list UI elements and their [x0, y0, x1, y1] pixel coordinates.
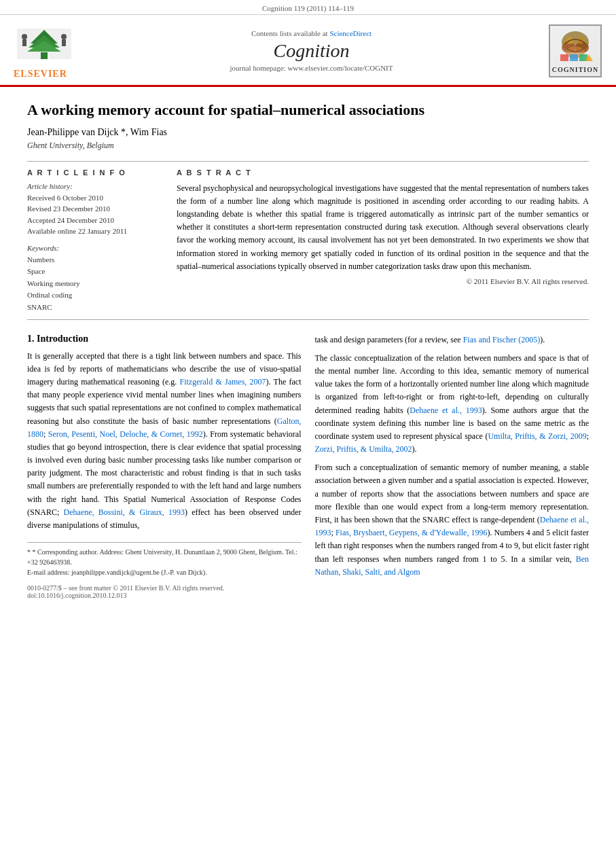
- keyword-numbers: Numbers: [27, 254, 163, 266]
- journal-header: ELSEVIER Contents lists available at Sci…: [0, 15, 616, 87]
- keyword-ordinal-coding: Ordinal coding: [27, 289, 163, 302]
- intro-section-label: Introduction: [37, 334, 88, 344]
- abstract-body-text: Several psychophysical and neuropsycholo…: [177, 182, 589, 273]
- history-revised: Revised 23 December 2010: [27, 203, 163, 215]
- intro-paragraph-1: It is generally accepted that there is a…: [27, 350, 302, 533]
- ref-dehaene-1993[interactable]: Dehaene, Bossini, & Giraux, 1993: [64, 507, 185, 517]
- keywords-section: Keywords: Numbers Space Working memory O…: [27, 244, 163, 314]
- body-right-column: task and design parameters (for a review…: [315, 334, 590, 600]
- ref-zorzi[interactable]: Zorzi, Priftis, & Umilta, 2002: [315, 444, 412, 454]
- footnote-1: * * Corresponding author. Address: Ghent…: [27, 547, 302, 567]
- ref-fias-fischer[interactable]: Fias and Fischer (2005): [463, 335, 541, 344]
- intro-section-number: 1.: [27, 334, 35, 344]
- ref-ben-nathan[interactable]: Ben Nathan, Shaki, Salti, and Algom: [315, 554, 590, 577]
- footnote-1-text: * Corresponding author. Address: Ghent U…: [27, 548, 297, 566]
- article-title: A working memory account for spatial–num…: [27, 101, 589, 120]
- elsevier-brand-text: ELSEVIER: [14, 69, 67, 79]
- article-history-title: Article history:: [27, 182, 163, 190]
- ref-fias-1996[interactable]: Fias, Brysbaert, Geypens, & d'Ydewalle, …: [336, 528, 488, 537]
- citation-text: Cognition 119 (2011) 114–119: [262, 4, 354, 12]
- ref-fitzgerald-james[interactable]: Fitzgerald & James, 2007: [180, 377, 266, 387]
- ref-seron[interactable]: Seron, Pesenti, Noel, Deloche, & Cornet,…: [48, 429, 203, 439]
- article-history-section: Article history: Received 6 October 2010…: [27, 182, 163, 237]
- svg-rect-15: [560, 54, 568, 61]
- cognition-art-icon: [555, 29, 596, 66]
- footnote-asterisk: *: [27, 548, 33, 556]
- ref-dehaene-1993b[interactable]: Dehaene et al., 1993: [410, 406, 482, 415]
- body-left-column: 1. Introduction It is generally accepted…: [27, 334, 302, 600]
- top-bar: Cognition 119 (2011) 114–119: [0, 0, 616, 15]
- abstract-copyright: © 2011 Elsevier B.V. All rights reserved…: [177, 277, 589, 285]
- abstract-column: A B S T R A C T Several psychophysical a…: [177, 168, 589, 314]
- authors-text: Jean-Philippe van Dijck *, Wim Fias: [27, 127, 167, 137]
- keyword-space: Space: [27, 266, 163, 278]
- introduction-title: 1. Introduction: [27, 334, 302, 344]
- svg-rect-6: [22, 39, 26, 46]
- history-accepted: Accepted 24 December 2010: [27, 215, 163, 226]
- affiliation-text: Ghent University, Belgium: [27, 141, 589, 151]
- article-footer: 0010-0277/$ – see front matter © 2011 El…: [27, 584, 302, 599]
- footnote-email-text: E-mail address: jeanphilippe.vandijck@ug…: [27, 569, 207, 576]
- svg-rect-1: [41, 52, 48, 59]
- authors-line: Jean-Philippe van Dijck *, Wim Fias: [27, 127, 589, 138]
- intro-paragraph-right-1: task and design parameters (for a review…: [315, 334, 590, 346]
- keyword-snarc: SNARC: [27, 302, 163, 314]
- svg-rect-16: [570, 54, 578, 61]
- contents-available-line: Contents lists available at ScienceDirec…: [75, 29, 548, 37]
- svg-point-5: [22, 34, 27, 39]
- article-info-header: A R T I C L E I N F O: [27, 168, 163, 177]
- footer-doi-text: 0010-0277/$ – see front matter © 2011 El…: [27, 584, 302, 592]
- keyword-working-memory: Working memory: [27, 278, 163, 290]
- article-info-abstract-row: A R T I C L E I N F O Article history: R…: [27, 168, 589, 314]
- article-divider-mid: [27, 319, 589, 320]
- footer-doi-link: doi:10.1016/j.cognition.2010.12.013: [27, 592, 302, 599]
- elsevier-logo: ELSEVIER: [14, 22, 75, 79]
- article-info-column: A R T I C L E I N F O Article history: R…: [27, 168, 163, 314]
- cognition-logo-text: COGNITION: [550, 66, 600, 73]
- footnote-section: * * Corresponding author. Address: Ghent…: [27, 542, 302, 577]
- intro-paragraph-right-3: From such a conceptualization of semanti…: [315, 461, 590, 579]
- elsevier-tree-icon: [14, 22, 75, 66]
- abstract-header: A B S T R A C T: [177, 168, 589, 177]
- history-available: Available online 22 January 2011: [27, 226, 163, 237]
- contents-text: Contents lists available at: [251, 29, 328, 37]
- article-content: A working memory account for spatial–num…: [0, 87, 616, 613]
- sciencedirect-link[interactable]: ScienceDirect: [329, 29, 372, 37]
- footnote-email: E-mail address: jeanphilippe.vandijck@ug…: [27, 567, 302, 577]
- body-two-columns: 1. Introduction It is generally accepted…: [27, 334, 589, 600]
- cognition-logo-graphic: COGNITION: [549, 24, 602, 77]
- journal-title-display: Cognition: [75, 40, 548, 62]
- svg-rect-8: [62, 39, 66, 46]
- cognition-logo-box-container: COGNITION: [548, 24, 602, 77]
- keywords-title: Keywords:: [27, 244, 163, 252]
- journal-homepage-url: journal homepage: www.elsevier.com/locat…: [75, 64, 548, 72]
- intro-paragraph-right-2: The classic conceptualization of the rel…: [315, 352, 590, 457]
- svg-point-7: [61, 34, 67, 39]
- article-divider-top: [27, 161, 589, 162]
- history-received: Received 6 October 2010: [27, 192, 163, 204]
- ref-umilta[interactable]: Umilta, Priftis, & Zorzi, 2009: [488, 431, 586, 441]
- journal-center-section: Contents lists available at ScienceDirec…: [75, 29, 548, 72]
